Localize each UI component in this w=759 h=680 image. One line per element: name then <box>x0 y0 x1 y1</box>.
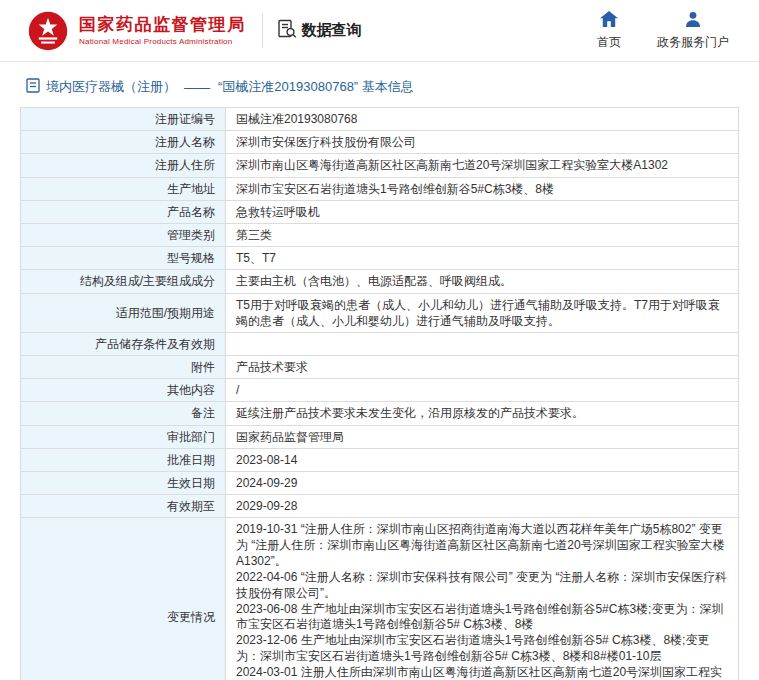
table-row: 型号规格 T5、T7 <box>21 247 739 270</box>
header-right-nav: 首页 政务服务门户 <box>597 11 729 51</box>
field-label: 管理类别 <box>21 223 226 246</box>
table-row: 产品储存条件及有效期 <box>21 332 739 355</box>
field-value: 延续注册产品技术要求未发生变化，沿用原核发的产品技术要求。 <box>226 402 739 425</box>
nav-portal-label: 政务服务门户 <box>657 34 729 51</box>
user-icon <box>685 11 701 31</box>
field-label: 变更情况 <box>21 518 226 680</box>
field-value: 深圳市安保医疗科技股份有限公司 <box>226 131 739 154</box>
nav-home-label: 首页 <box>597 34 621 51</box>
field-value: 2029-09-28 <box>226 495 739 518</box>
registration-info-table-wrap: 注册证编号 国械注准20193080768 注册人名称 深圳市安保医疗科技股份有… <box>0 107 759 680</box>
field-value: 2023-08-14 <box>226 448 739 471</box>
field-label: 其他内容 <box>21 379 226 402</box>
nmpa-emblem-logo <box>26 9 70 53</box>
table-row: 其他内容 / <box>21 379 739 402</box>
breadcrumb-separator: —— <box>184 80 210 95</box>
field-value: 国家药品监督管理局 <box>226 425 739 448</box>
table-row: 注册人住所 深圳市南山区粤海街道高新区社区高新南七道20号深圳国家工程实验室大楼… <box>21 154 739 177</box>
field-label: 产品储存条件及有效期 <box>21 332 226 355</box>
table-row: 适用范围/预期用途 T5用于对呼吸衰竭的患者（成人、小儿和幼儿）进行通气辅助及呼… <box>21 293 739 332</box>
field-label: 结构及组成/主要组成成分 <box>21 270 226 293</box>
field-value: 急救转运呼吸机 <box>226 200 739 223</box>
field-value: 2024-09-29 <box>226 472 739 495</box>
field-label: 型号规格 <box>21 247 226 270</box>
field-label: 注册人住所 <box>21 154 226 177</box>
home-icon <box>600 11 618 31</box>
registration-info-table: 注册证编号 国械注准20193080768 注册人名称 深圳市安保医疗科技股份有… <box>20 107 739 680</box>
field-value: 深圳市宝安区石岩街道塘头1号路创维创新谷5#C栋3楼、8楼 <box>226 177 739 200</box>
nav-portal[interactable]: 政务服务门户 <box>657 11 729 51</box>
document-search-icon <box>277 19 297 43</box>
table-row: 产品名称 急救转运呼吸机 <box>21 200 739 223</box>
data-query-label: 数据查询 <box>302 21 362 40</box>
field-label: 审批部门 <box>21 425 226 448</box>
table-row: 注册证编号 国械注准20193080768 <box>21 108 739 131</box>
field-label: 生产地址 <box>21 177 226 200</box>
table-row: 注册人名称 深圳市安保医疗科技股份有限公司 <box>21 131 739 154</box>
field-value-change-history: 2019-10-31 “注册人住所：深圳市南山区招商街道南海大道以西花样年美年广… <box>226 518 739 680</box>
table-row: 附件 产品技术要求 <box>21 356 739 379</box>
table-row: 批准日期 2023-08-14 <box>21 448 739 471</box>
field-value: T5、T7 <box>226 247 739 270</box>
header-divider <box>262 14 263 48</box>
table-row: 审批部门 国家药品监督管理局 <box>21 425 739 448</box>
field-label: 有效期至 <box>21 495 226 518</box>
org-title-block: 国家药品监督管理局 National Medical Products Admi… <box>79 15 246 46</box>
field-label: 生效日期 <box>21 472 226 495</box>
table-row: 管理类别 第三类 <box>21 223 739 246</box>
field-label: 注册证编号 <box>21 108 226 131</box>
field-label: 批准日期 <box>21 448 226 471</box>
field-value: 国械注准20193080768 <box>226 108 739 131</box>
table-row-change-history: 变更情况 2019-10-31 “注册人住所：深圳市南山区招商街道南海大道以西花… <box>21 518 739 680</box>
org-name-en: National Medical Products Administration <box>79 37 246 46</box>
table-row: 结构及组成/主要组成成分 主要由主机（含电池）、电源适配器、呼吸阀组成。 <box>21 270 739 293</box>
field-label: 附件 <box>21 356 226 379</box>
breadcrumb: 境内医疗器械（注册） —— “国械注准20193080768” 基本信息 <box>0 62 759 107</box>
breadcrumb-category[interactable]: 境内医疗器械（注册） <box>46 78 176 96</box>
document-icon <box>26 78 40 96</box>
breadcrumb-current: “国械注准20193080768” 基本信息 <box>218 78 414 96</box>
field-value: 第三类 <box>226 223 739 246</box>
field-label: 适用范围/预期用途 <box>21 293 226 332</box>
table-row: 生效日期 2024-09-29 <box>21 472 739 495</box>
field-label: 产品名称 <box>21 200 226 223</box>
field-value: 深圳市南山区粤海街道高新区社区高新南七道20号深圳国家工程实验室大楼A1302 <box>226 154 739 177</box>
org-name-cn: 国家药品监督管理局 <box>79 15 246 35</box>
nav-home[interactable]: 首页 <box>597 11 621 51</box>
table-row: 有效期至 2029-09-28 <box>21 495 739 518</box>
field-value: T5用于对呼吸衰竭的患者（成人、小儿和幼儿）进行通气辅助及呼吸支持。T7用于对呼… <box>226 293 739 332</box>
table-row: 备注 延续注册产品技术要求未发生变化，沿用原核发的产品技术要求。 <box>21 402 739 425</box>
field-label: 备注 <box>21 402 226 425</box>
field-label: 注册人名称 <box>21 131 226 154</box>
data-query-nav[interactable]: 数据查询 <box>277 19 362 43</box>
table-row: 生产地址 深圳市宝安区石岩街道塘头1号路创维创新谷5#C栋3楼、8楼 <box>21 177 739 200</box>
top-header: 国家药品监督管理局 National Medical Products Admi… <box>0 0 759 62</box>
field-value: / <box>226 379 739 402</box>
field-value: 产品技术要求 <box>226 356 739 379</box>
field-value: 主要由主机（含电池）、电源适配器、呼吸阀组成。 <box>226 270 739 293</box>
field-value <box>226 332 739 355</box>
